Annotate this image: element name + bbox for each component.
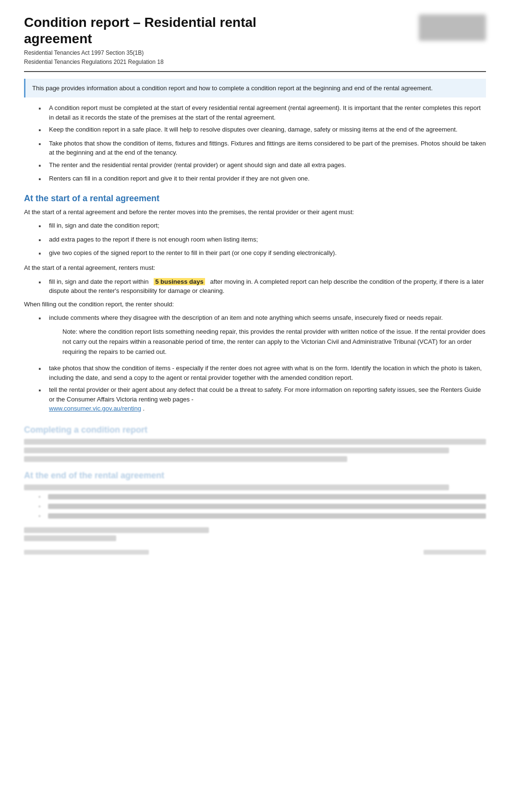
bullet-icon: ▪ [38,512,48,520]
list-item: ▪ The renter and the residential rental … [38,160,486,171]
footer-left [24,550,232,557]
bullet-text: Keep the condition report in a safe plac… [49,125,486,134]
bullet-text: tell the rental provider or their agent … [49,385,486,413]
consumer-vic-link[interactable]: www.consumer.vic.gov.au/renting [49,405,141,412]
footer-right [278,550,486,557]
bullet-icon: ▪ [38,277,49,288]
logo [419,14,486,41]
blurred-list-item: ▪ [38,503,486,510]
bullet-icon: ▪ [38,221,49,232]
list-item: ▪ A condition report must be completed a… [38,103,486,122]
bullet-text: Renters can fill in a condition report a… [49,174,486,183]
subtitle2: Residential Tenancies Regulations 2021 R… [24,58,256,67]
list-item: ▪ tell the rental provider or their agen… [38,385,486,413]
bullet-icon: ▪ [38,503,48,510]
bullet-text: A condition report must be completed at … [49,103,486,122]
list-item: ▪ give two copies of the signed report t… [38,248,486,259]
bullet-icon: ▪ [38,364,49,375]
bullet-text: fill in, sign and date the report within… [49,277,486,296]
list-item: ▪ Keep the condition report in a safe pl… [38,125,486,136]
filling-intro: When filling out the condition report, t… [24,300,486,310]
list-item: ▪ Renters can fill in a condition report… [38,174,486,185]
bullet-icon: ▪ [38,248,49,259]
bullet-icon: ▪ [38,103,49,114]
section1-heading: At the start of a rental agreement [24,194,486,204]
general-bullet-list: ▪ A condition report must be completed a… [38,103,486,185]
blurred-heading2: At the end of the rental agreement [24,471,486,481]
bullet-text: Take photos that show the condition of i… [49,139,486,158]
list-item: ▪ add extra pages to the report if there… [38,235,486,246]
bullet-icon: ▪ [38,313,49,324]
bullet-icon: ▪ [38,139,49,150]
bullet-text: The renter and the residential rental pr… [49,160,486,170]
subtitle1: Residential Tenancies Act 1997 Section 3… [24,48,256,58]
blurred-bullets: ▪ ▪ ▪ [38,493,486,520]
renter-intro: At the start of a rental agreement, rent… [24,263,486,273]
bullet-icon: ▪ [38,235,49,246]
blurred-completing-section: Completing a condition report At the end… [24,425,486,541]
bullet-icon: ▪ [38,493,48,500]
bullet-text: take photos that show the condition of i… [49,364,486,382]
list-item: ▪ fill in, sign and date the report with… [38,277,486,296]
section1-intro: At the start of a rental agreement and b… [24,207,486,218]
title-block: Condition report – Residential rental ag… [24,14,256,67]
blurred-heading1: Completing a condition report [24,425,486,435]
bullet-icon: ▪ [38,385,49,396]
bullet-text: add extra pages to the report if there i… [49,235,486,244]
bullet-icon: ▪ [38,160,49,171]
bullet-text: include comments where they disagree wit… [49,313,443,323]
page-footer [24,550,486,557]
info-box-text: This page provides information about a c… [32,85,433,92]
provider-bullet-list: ▪ fill in, sign and date the condition r… [38,221,486,259]
subtitle-lines: Residential Tenancies Act 1997 Section 3… [24,48,256,67]
bullet-icon: ▪ [38,125,49,136]
note-box: Note: where the condition report lists s… [62,327,486,357]
info-box: This page provides information about a c… [24,79,486,98]
bullet-text: give two copies of the signed report to … [49,248,486,258]
page-title: Condition report – Residential rental ag… [24,14,256,47]
blurred-list-item: ▪ [38,493,486,500]
page-header: Condition report – Residential rental ag… [24,14,486,72]
bullet-text: fill in, sign and date the condition rep… [49,221,486,230]
list-item: ▪ Take photos that show the condition of… [38,139,486,158]
list-item: ▪ include comments where they disagree w… [38,313,486,361]
list-item: ▪ fill in, sign and date the condition r… [38,221,486,232]
list-item: ▪ take photos that show the condition of… [38,364,486,382]
bullet-icon: ▪ [38,174,49,185]
filling-bullet-list: ▪ include comments where they disagree w… [38,313,486,413]
blurred-list-item: ▪ [38,512,486,520]
renter-bullet-list: ▪ fill in, sign and date the report with… [38,277,486,296]
